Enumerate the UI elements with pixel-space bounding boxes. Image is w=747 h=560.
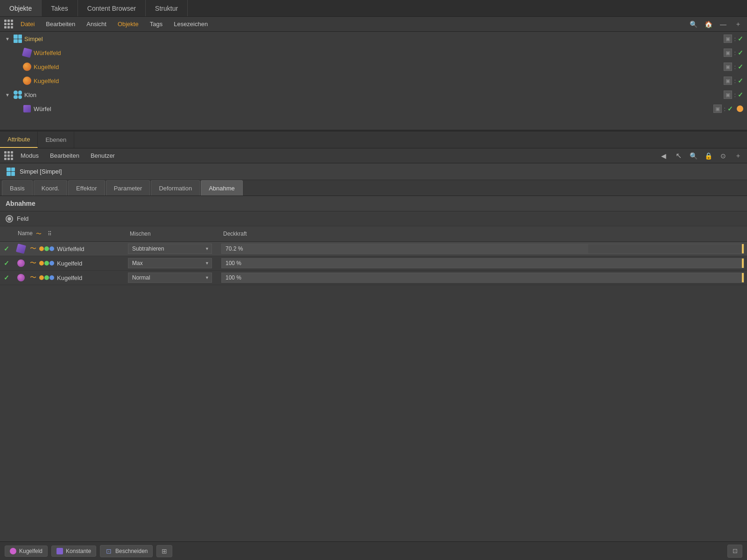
- row3-check[interactable]: ✓: [0, 271, 13, 285]
- bottom-beschneiden[interactable]: ⊡ Beschneiden: [100, 545, 153, 557]
- subtab-deformation[interactable]: Deformation: [151, 180, 200, 196]
- kf2-check1[interactable]: ▣: [724, 77, 732, 85]
- attr-grid-icon[interactable]: [3, 150, 14, 161]
- object-row-simpel[interactable]: ▼ Simpel ▣ : ✓: [0, 32, 747, 46]
- search-icon[interactable]: 🔍: [687, 18, 699, 30]
- attr-lock-icon[interactable]: 🔒: [702, 150, 714, 162]
- expand-klon[interactable]: ▼: [4, 91, 11, 98]
- expand-simpel[interactable]: ▼: [4, 35, 11, 42]
- row3-mischen-select[interactable]: Normal Max Subtrahieren: [128, 273, 212, 283]
- tab-takes-label: Takes: [51, 5, 68, 12]
- row2-deckkraft-bar[interactable]: 100 %: [221, 258, 744, 268]
- object-row-wuerfel[interactable]: Würfel ▣ : ✓: [0, 102, 747, 116]
- row2-mischen-cell: Max Normal Subtrahieren: [125, 256, 218, 271]
- menu-tags[interactable]: Tags: [145, 19, 167, 29]
- attr-target-icon[interactable]: ⊙: [717, 150, 729, 162]
- tab-attribute[interactable]: Attribute: [0, 132, 38, 148]
- w-check2[interactable]: ✓: [727, 105, 733, 112]
- simpel-check2[interactable]: ✓: [738, 35, 743, 42]
- bottom-konstante[interactable]: Konstante: [51, 546, 96, 557]
- wuerfel-dot: [737, 105, 743, 112]
- home-icon[interactable]: 🏠: [702, 18, 714, 30]
- grid-menu-icon[interactable]: [3, 19, 14, 30]
- attr-add-icon[interactable]: ＋: [732, 150, 744, 162]
- tab-struktur[interactable]: Struktur: [146, 0, 188, 16]
- row3-color-dots: [39, 275, 54, 280]
- row2-deckkraft-value: 100 %: [226, 260, 241, 266]
- klon-check1[interactable]: ▣: [724, 91, 732, 99]
- subtab-effektor[interactable]: Effektor: [68, 180, 105, 196]
- kf2-check2[interactable]: ✓: [738, 77, 743, 84]
- bottom-beschneiden-label: Beschneiden: [115, 548, 148, 554]
- attr-search-icon[interactable]: 🔍: [687, 150, 699, 162]
- row1-deckkraft-bar[interactable]: 70.2 %: [221, 244, 744, 254]
- add-icon[interactable]: ＋: [732, 18, 744, 30]
- subtab-parameter-label: Parameter: [114, 185, 142, 192]
- row3-deckkraft-handle[interactable]: [742, 273, 744, 282]
- table-row[interactable]: ✓ 〜 Kugel: [0, 271, 747, 285]
- row3-deckkraft-cell[interactable]: 100 %: [218, 271, 747, 285]
- bottom-kugelfeld[interactable]: Kugelfeld: [5, 546, 48, 557]
- row2-check[interactable]: ✓: [0, 256, 13, 271]
- menu-bearbeiten[interactable]: Bearbeiten: [41, 19, 80, 29]
- attr-menu-modus[interactable]: Modus: [16, 150, 43, 161]
- wave-header-icon: 〜: [34, 229, 43, 238]
- row2-deckkraft-cell[interactable]: 100 %: [218, 256, 747, 271]
- tab-objekte[interactable]: Objekte: [0, 0, 42, 16]
- subtab-basis[interactable]: Basis: [2, 180, 33, 196]
- tab-objekte-label: Objekte: [9, 5, 32, 12]
- table-row[interactable]: ✓ 〜 Kugel: [0, 256, 747, 271]
- table-row[interactable]: ✓ 〜 Würfe: [0, 242, 747, 256]
- wf-check2[interactable]: ✓: [738, 49, 743, 56]
- simpel-check1[interactable]: ▣: [724, 35, 732, 43]
- row2-deckkraft-handle[interactable]: [742, 259, 744, 268]
- minus-icon[interactable]: —: [717, 18, 729, 30]
- menu-datei[interactable]: Datei: [16, 19, 39, 29]
- w-check1[interactable]: ▣: [713, 105, 722, 113]
- row1-color-dots: [39, 246, 54, 251]
- row3-mischen-select-wrapper[interactable]: Normal Max Subtrahieren: [128, 273, 212, 283]
- simpel-name: Simpel: [24, 35, 724, 42]
- bottom-extra-btn[interactable]: ⊞: [156, 545, 172, 557]
- row3-deckkraft-bar[interactable]: 100 %: [221, 273, 744, 283]
- subtab-abnahme[interactable]: Abnahme: [201, 180, 243, 196]
- menu-lesezeichen[interactable]: Lesezeichen: [169, 19, 212, 29]
- tab-content-browser[interactable]: Content Browser: [78, 0, 146, 16]
- row2-mischen-select[interactable]: Max Normal Subtrahieren: [128, 258, 212, 268]
- object-row-kugelfeld2[interactable]: Kugelfeld ▣ : ✓: [0, 74, 747, 88]
- attr-menu-bar: Modus Bearbeiten Benutzer ◀ ↖ 🔍 🔒 ⊙ ＋: [0, 148, 747, 163]
- attr-menu-benutzer[interactable]: Benutzer: [86, 150, 120, 161]
- attr-menu-bearbeiten[interactable]: Bearbeiten: [45, 150, 84, 161]
- klon-check2[interactable]: ✓: [738, 91, 743, 98]
- row2-name-cell: 〜 Kugelfeld: [13, 256, 125, 271]
- tab-takes[interactable]: Takes: [42, 0, 78, 16]
- row2-obj-icon: [16, 258, 26, 268]
- bottom-right-btn[interactable]: ⊡: [727, 545, 742, 558]
- wuerfel-icon: [22, 104, 32, 113]
- attr-cursor-icon[interactable]: ↖: [672, 150, 684, 162]
- row1-wave-icon: 〜: [30, 245, 36, 253]
- menu-ansicht[interactable]: Ansicht: [82, 19, 111, 29]
- row2-mischen-select-wrapper[interactable]: Max Normal Subtrahieren: [128, 258, 212, 268]
- row1-check[interactable]: ✓: [0, 242, 13, 256]
- subtab-koord[interactable]: Koord.: [34, 180, 67, 196]
- bottom-kugelfeld-label: Kugelfeld: [19, 548, 42, 554]
- tab-ebenen[interactable]: Ebenen: [38, 132, 74, 148]
- row1-mischen-cell: Subtrahieren Normal Max: [125, 242, 218, 256]
- object-row-klon[interactable]: ▼ Klon ▣ : ✓: [0, 88, 747, 102]
- object-row-wuerfelfeld[interactable]: Würfelfeld ▣ : ✓: [0, 46, 747, 60]
- row1-mischen-select[interactable]: Subtrahieren Normal Max: [128, 244, 212, 254]
- menu-objekte[interactable]: Objekte: [113, 19, 143, 29]
- row1-mischen-select-wrapper[interactable]: Subtrahieren Normal Max: [128, 244, 212, 254]
- wf-check1[interactable]: ▣: [724, 49, 732, 57]
- subtab-parameter[interactable]: Parameter: [106, 180, 150, 196]
- kf1-check2[interactable]: ✓: [738, 63, 743, 70]
- field-radio[interactable]: [6, 215, 13, 223]
- kf1-check1[interactable]: ▣: [724, 63, 732, 71]
- row1-deckkraft-handle[interactable]: [742, 244, 744, 253]
- row1-name-cell: 〜 Würfelfeld: [13, 242, 125, 256]
- object-row-kugelfeld1[interactable]: Kugelfeld ▣ : ✓: [0, 60, 747, 74]
- attr-back-icon[interactable]: ◀: [657, 150, 669, 162]
- object-title-bar: Simpel [Simpel]: [0, 163, 747, 180]
- row1-deckkraft-cell[interactable]: 70.2 %: [218, 242, 747, 256]
